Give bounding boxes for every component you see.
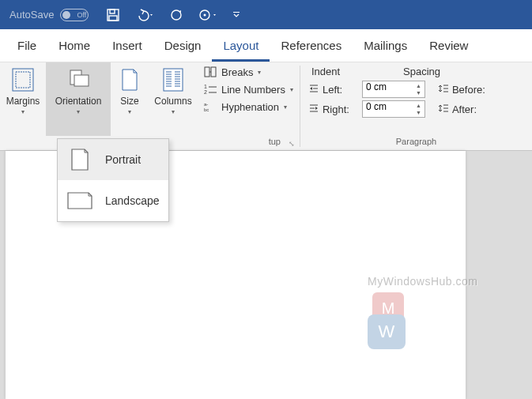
tab-design[interactable]: Design bbox=[153, 31, 213, 62]
size-icon bbox=[117, 67, 142, 92]
tab-home[interactable]: Home bbox=[47, 31, 101, 62]
page-setup-small: Breaks ▾ 12 Line Numbers ▾ a-bc Hyphenat… bbox=[198, 62, 300, 136]
indent-left-input[interactable]: 0 cm ▲▼ bbox=[362, 81, 425, 98]
svg-rect-1 bbox=[110, 9, 115, 13]
title-bar: AutoSave Off bbox=[0, 0, 532, 29]
line-numbers-button[interactable]: 12 Line Numbers ▾ bbox=[204, 83, 293, 96]
ribbon-tabs: File Home Insert Design Layout Reference… bbox=[0, 29, 532, 62]
svg-rect-26 bbox=[205, 67, 209, 77]
hyphenation-icon: a-bc bbox=[204, 100, 217, 113]
columns-icon bbox=[160, 67, 186, 92]
sync-icon[interactable] bbox=[198, 8, 218, 22]
indent-right-label: Right: bbox=[308, 104, 359, 115]
group-page-setup: Margins ▾ Orientation ▾ Size ▾ bbox=[0, 62, 300, 150]
orientation-portrait[interactable]: Portrait bbox=[58, 139, 168, 180]
indent-heading: Indent bbox=[311, 66, 340, 77]
svg-rect-10 bbox=[74, 75, 89, 86]
chevron-down-icon: ▾ bbox=[128, 108, 131, 115]
save-icon[interactable] bbox=[106, 8, 120, 22]
tab-insert[interactable]: Insert bbox=[101, 31, 153, 62]
orientation-icon bbox=[66, 67, 91, 92]
chevron-down-icon: ▾ bbox=[258, 69, 261, 76]
group-paragraph: Indent Spacing Left: 0 cm ▲▼ Before: bbox=[300, 62, 532, 150]
autosave-control[interactable]: AutoSave Off bbox=[9, 9, 89, 21]
stepper[interactable]: ▲▼ bbox=[413, 82, 424, 96]
svg-text:a-: a- bbox=[204, 102, 208, 107]
margins-button[interactable]: Margins ▾ bbox=[0, 62, 46, 136]
svg-point-5 bbox=[204, 13, 206, 16]
hyphenation-button[interactable]: a-bc Hyphenation ▾ bbox=[204, 100, 293, 113]
quick-access-toolbar bbox=[106, 8, 240, 22]
size-button[interactable]: Size ▾ bbox=[111, 62, 149, 136]
spacing-after-label: After: bbox=[438, 104, 485, 115]
svg-rect-2 bbox=[109, 16, 117, 21]
stepper[interactable]: ▲▼ bbox=[413, 102, 424, 116]
svg-rect-8 bbox=[16, 72, 30, 88]
tab-references[interactable]: References bbox=[270, 31, 353, 62]
orientation-dropdown: Portrait Landscape bbox=[57, 138, 169, 222]
qat-customize-icon[interactable] bbox=[232, 8, 240, 22]
tab-file[interactable]: File bbox=[6, 31, 47, 62]
spacing-before-label: Before: bbox=[438, 84, 485, 96]
page-setup-launcher-icon[interactable]: ⤡ bbox=[287, 139, 296, 149]
line-numbers-icon: 12 bbox=[204, 83, 217, 96]
svg-text:bc: bc bbox=[204, 107, 209, 112]
repeat-icon[interactable] bbox=[169, 8, 183, 22]
chevron-down-icon: ▾ bbox=[77, 108, 80, 115]
svg-point-3 bbox=[172, 10, 181, 20]
margins-icon bbox=[10, 67, 36, 92]
group-label-paragraph: Paragraph bbox=[300, 136, 532, 150]
spacing-heading: Spacing bbox=[403, 66, 440, 77]
svg-text:1: 1 bbox=[204, 84, 207, 89]
spacing-after-icon bbox=[438, 104, 449, 115]
orientation-button[interactable]: Orientation ▾ bbox=[46, 62, 111, 136]
breaks-button[interactable]: Breaks ▾ bbox=[204, 66, 293, 78]
tab-mailings[interactable]: Mailings bbox=[353, 31, 418, 62]
svg-rect-6 bbox=[233, 12, 240, 13]
chevron-down-icon: ▾ bbox=[21, 108, 25, 115]
portrait-icon bbox=[66, 147, 94, 172]
tab-review[interactable]: Review bbox=[418, 31, 479, 62]
indent-left-icon bbox=[308, 84, 319, 96]
orientation-landscape[interactable]: Landscape bbox=[58, 180, 168, 221]
landscape-icon bbox=[66, 188, 94, 213]
undo-icon[interactable] bbox=[134, 8, 155, 22]
svg-rect-27 bbox=[211, 67, 216, 77]
indent-right-icon bbox=[308, 104, 319, 115]
autosave-toggle[interactable]: Off bbox=[60, 9, 89, 21]
breaks-icon bbox=[204, 66, 217, 78]
autosave-label: AutoSave bbox=[9, 9, 54, 21]
indent-left-label: Left: bbox=[308, 84, 359, 96]
tab-layout[interactable]: Layout bbox=[212, 31, 270, 62]
chevron-down-icon: ▾ bbox=[284, 104, 287, 111]
spacing-before-icon bbox=[438, 84, 449, 96]
indent-right-input[interactable]: 0 cm ▲▼ bbox=[362, 100, 425, 118]
chevron-down-icon: ▾ bbox=[172, 108, 175, 115]
svg-text:2: 2 bbox=[204, 89, 207, 95]
columns-button[interactable]: Columns ▾ bbox=[149, 62, 198, 136]
chevron-down-icon: ▾ bbox=[290, 86, 293, 93]
